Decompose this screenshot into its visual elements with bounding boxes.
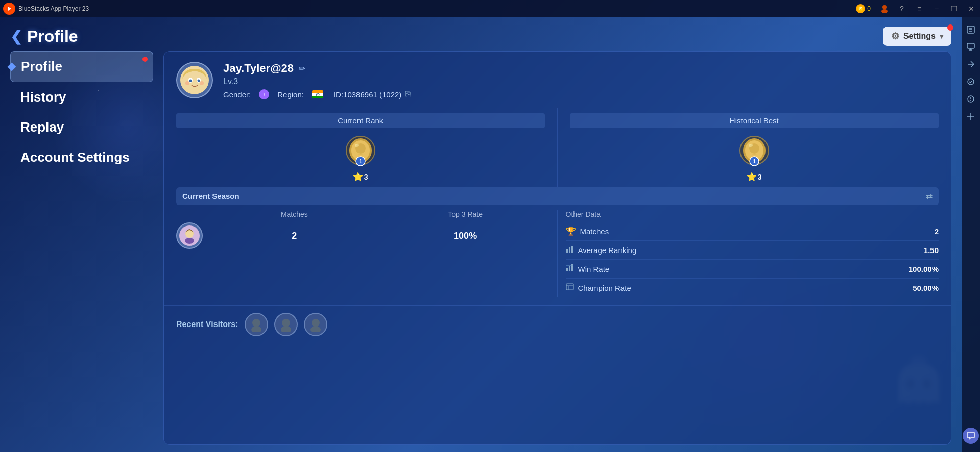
- svg-rect-48: [566, 284, 573, 290]
- stat-value-win-rate: 100.00%: [909, 265, 939, 273]
- svg-rect-45: [569, 266, 570, 271]
- refresh-icon[interactable]: ⇄: [926, 191, 933, 201]
- left-nav: Profile History Replay Account Settings: [10, 51, 153, 445]
- stat-label-matches: 🏆 Matches: [566, 227, 609, 236]
- side-btn-2[interactable]: [963, 39, 979, 55]
- nav-item-profile[interactable]: Profile: [10, 51, 153, 82]
- titlebar-controls: $ 0 ? ≡ − ❐ ✕: [856, 0, 980, 17]
- nav-item-history[interactable]: History: [10, 82, 153, 112]
- visitor-3[interactable]: [304, 313, 327, 336]
- stat-label-avg-ranking: Average Ranking: [566, 245, 637, 255]
- stat-row-champion-rate: Champion Rate 50.00%: [566, 279, 939, 297]
- svg-point-39: [185, 230, 194, 238]
- svg-point-14: [970, 100, 971, 101]
- help-btn[interactable]: ?: [893, 0, 911, 17]
- settings-button[interactable]: ⚙ Settings ▾: [883, 27, 951, 46]
- level: Lv.3: [223, 77, 939, 86]
- nav-label-replay: Replay: [20, 119, 64, 135]
- col-matches-header: Matches: [211, 210, 378, 218]
- svg-point-2: [882, 5, 887, 9]
- minimize-btn[interactable]: −: [928, 0, 945, 17]
- season-section: Current Season ⇄ Matches Top 3 Rate: [164, 187, 951, 305]
- profile-header: Jay.Tyler@28 ✏ Lv.3 Gender: ♀ Region: ID…: [164, 52, 951, 108]
- stat-value-matches: 2: [935, 227, 939, 236]
- coin-icon: $: [856, 4, 865, 13]
- gender-label: Gender:: [223, 90, 251, 99]
- svg-point-53: [282, 319, 290, 327]
- stat-row-avg-ranking: Average Ranking 1.50: [566, 241, 939, 260]
- svg-point-56: [310, 326, 321, 332]
- back-button[interactable]: ❮ Profile: [10, 27, 78, 46]
- app-title: BlueStacks App Player 23: [18, 5, 856, 12]
- settings-gear-icon: ⚙: [891, 31, 899, 42]
- svg-rect-8: [967, 43, 974, 48]
- stat-value-avg-ranking: 1.50: [924, 246, 939, 255]
- side-btn-6[interactable]: [963, 108, 979, 124]
- chat-btn[interactable]: [963, 428, 979, 444]
- col-top3-header: Top 3 Rate: [382, 210, 549, 218]
- side-btn-3[interactable]: [963, 56, 979, 72]
- gender-icon: ♀: [259, 89, 269, 99]
- svg-point-54: [281, 326, 291, 332]
- stat-value-champion-rate: 50.00%: [913, 284, 939, 292]
- svg-point-20: [189, 80, 192, 82]
- profile-avatar: [176, 62, 213, 98]
- active-indicator: [8, 62, 16, 71]
- visitor-2[interactable]: [274, 313, 298, 336]
- copy-icon[interactable]: ⎘: [405, 90, 411, 99]
- season-char-row: 2 100%: [176, 222, 549, 249]
- svg-rect-41: [566, 249, 568, 253]
- historical-rank-badge: 1: [736, 134, 772, 170]
- season-matches: 2: [211, 231, 378, 241]
- region-label: Region:: [277, 90, 304, 99]
- coin-count: 0: [867, 5, 871, 12]
- other-data-header: Other Data: [566, 210, 939, 218]
- page-title: Profile: [27, 27, 78, 46]
- back-icon: ❮: [10, 28, 22, 45]
- nav-item-account-settings[interactable]: Account Settings: [10, 142, 153, 172]
- season-top3: 100%: [382, 231, 549, 241]
- coin-display: $ 0: [856, 4, 871, 13]
- menu-btn[interactable]: ≡: [911, 0, 928, 17]
- stat-label-champion-rate: Champion Rate: [566, 283, 631, 293]
- user-icon-btn[interactable]: [876, 0, 893, 17]
- svg-rect-42: [569, 247, 570, 253]
- season-content: Matches Top 3 Rate: [176, 210, 939, 297]
- side-btn-4[interactable]: [963, 73, 979, 90]
- nav-label-history: History: [20, 89, 66, 105]
- username: Jay.Tyler@28: [223, 62, 294, 75]
- nav-item-replay[interactable]: Replay: [10, 112, 153, 142]
- close-btn[interactable]: ✕: [963, 0, 980, 17]
- side-btn-1[interactable]: [963, 21, 979, 38]
- profile-notification-dot: [142, 57, 148, 62]
- svg-point-22: [185, 81, 189, 85]
- gender-region: Gender: ♀ Region:: [223, 89, 323, 99]
- app-icon: [3, 3, 15, 15]
- current-rank-stars: ⭐ 3: [353, 172, 368, 182]
- rank-badge-svg: 1: [343, 134, 378, 170]
- edit-icon[interactable]: ✏: [299, 64, 305, 73]
- historical-rank-display: 1 ⭐ 3: [570, 134, 939, 182]
- matches-icon: 🏆: [566, 227, 576, 236]
- current-rank-col: Current Rank: [164, 108, 558, 187]
- nav-label-profile: Profile: [21, 59, 62, 74]
- recent-visitors: Recent Visitors:: [164, 305, 951, 343]
- settings-chevron-icon: ▾: [940, 32, 943, 40]
- id-row: ID:10386961 (1022) ⎘: [333, 90, 411, 99]
- settings-notification-dot: [947, 24, 953, 31]
- titlebar: BlueStacks App Player 23 $ 0 ? ≡ − ❐ ✕: [0, 0, 980, 17]
- restore-btn[interactable]: ❐: [945, 0, 963, 17]
- stat-row-win-rate: Win Rate 100.00%: [566, 260, 939, 279]
- profile-panel: Jay.Tyler@28 ✏ Lv.3 Gender: ♀ Region: ID…: [163, 51, 951, 445]
- season-col-headers: Matches Top 3 Rate: [176, 210, 549, 218]
- current-rank-header: Current Rank: [176, 113, 545, 128]
- char-avatar: [176, 222, 203, 249]
- current-rank-display: 1 ⭐ 3: [176, 134, 545, 182]
- side-btn-5[interactable]: [963, 91, 979, 107]
- svg-point-51: [252, 319, 260, 327]
- svg-point-23: [200, 81, 204, 85]
- side-toolbar: [962, 17, 980, 452]
- svg-point-21: [198, 80, 200, 82]
- svg-text:1: 1: [359, 159, 362, 164]
- visitor-1[interactable]: [245, 313, 268, 336]
